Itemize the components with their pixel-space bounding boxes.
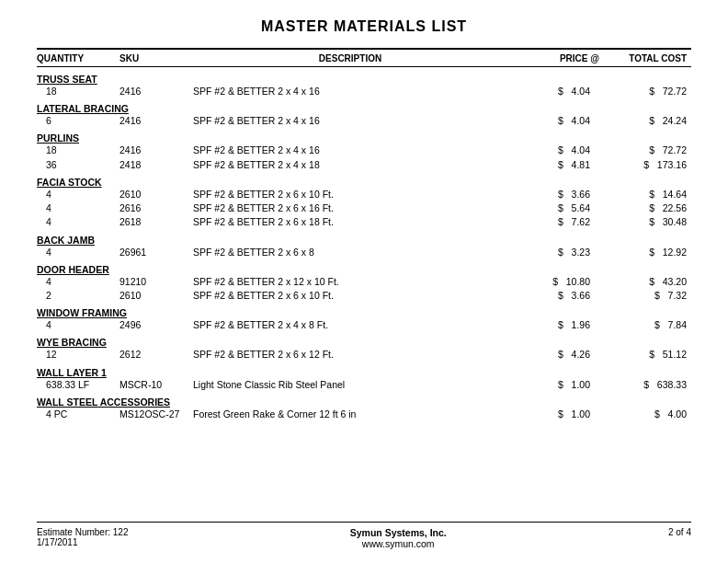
- cell-sku: 2616: [119, 201, 193, 215]
- cell-desc: SPF #2 & BETTER 2 x 6 x 10 Ft.: [193, 289, 507, 303]
- cell-sku: 2496: [119, 318, 193, 332]
- cell-qty: 4: [37, 318, 119, 332]
- table-row: 4 2618 SPF #2 & BETTER 2 x 6 x 18 Ft. $ …: [37, 215, 691, 229]
- cell-price: $ 4.04: [507, 114, 599, 128]
- section-label: BACK JAMB: [37, 235, 691, 246]
- section-label: WYE BRACING: [37, 337, 691, 348]
- cell-total: $ 4.00: [599, 408, 691, 421]
- page-number: 2 of 4: [668, 527, 691, 537]
- footer: Estimate Number: 122 1/17/2011 Symun Sys…: [37, 522, 691, 549]
- cell-price: $ 5.64: [507, 201, 599, 215]
- cell-qty: 18: [37, 85, 119, 98]
- cell-total: $ 12.92: [599, 246, 691, 259]
- cell-total: $ 173.16: [599, 158, 691, 172]
- cell-qty: 4 PC: [37, 408, 119, 421]
- cell-sku: 2416: [119, 114, 193, 128]
- cell-price: $ 1.00: [507, 378, 599, 392]
- cell-sku: 2610: [119, 289, 193, 303]
- cell-desc: SPF #2 & BETTER 2 x 4 x 16: [193, 114, 507, 128]
- cell-desc: SPF #2 & BETTER 2 x 4 x 16: [193, 85, 507, 98]
- cell-price: $ 3.66: [507, 289, 599, 303]
- cell-price: $ 1.96: [507, 318, 599, 332]
- table-body: TRUSS SEAT 18 2416 SPF #2 & BETTER 2 x 4…: [37, 67, 691, 421]
- table-row: 4 91210 SPF #2 & BETTER 2 x 12 x 10 Ft. …: [37, 275, 691, 289]
- cell-total: $ 72.72: [599, 85, 691, 98]
- footer-right: 2 of 4: [668, 527, 691, 537]
- section-label: FACIA STOCK: [37, 177, 691, 188]
- table-container: QUANTITY SKU DESCRIPTION PRICE @ TOTAL C…: [37, 48, 691, 514]
- cell-sku: 2618: [119, 215, 193, 229]
- cell-total: $ 14.64: [599, 188, 691, 201]
- estimate-number: Estimate Number: 122: [37, 527, 129, 537]
- footer-left: Estimate Number: 122 1/17/2011: [37, 527, 129, 547]
- table-row: 18 2416 SPF #2 & BETTER 2 x 4 x 16 $ 4.0…: [37, 85, 691, 98]
- cell-desc: Light Stone Classic Rib Steel Panel: [193, 378, 507, 392]
- cell-price: $ 3.23: [507, 246, 599, 259]
- cell-sku: 2416: [119, 144, 193, 157]
- cell-qty: 4: [37, 215, 119, 229]
- cell-qty: 36: [37, 158, 119, 172]
- cell-desc: SPF #2 & BETTER 2 x 6 x 18 Ft.: [193, 215, 507, 229]
- company-website: www.symun.com: [350, 538, 447, 549]
- cell-price: $ 3.66: [507, 188, 599, 201]
- table-row: 12 2612 SPF #2 & BETTER 2 x 6 x 12 Ft. $…: [37, 348, 691, 362]
- cell-total: $ 7.32: [599, 289, 691, 303]
- cell-sku: 2612: [119, 348, 193, 362]
- cell-price: $ 10.80: [507, 275, 599, 289]
- cell-price: $ 4.04: [507, 144, 599, 157]
- cell-desc: SPF #2 & BETTER 2 x 4 x 18: [193, 158, 507, 172]
- cell-sku: 91210: [119, 275, 193, 289]
- cell-qty: 12: [37, 348, 119, 362]
- cell-desc: SPF #2 & BETTER 2 x 4 x 16: [193, 144, 507, 157]
- page: MASTER MATERIALS LIST QUANTITY SKU DESCR…: [0, 0, 728, 563]
- cell-qty: 638.33 LF: [37, 378, 119, 392]
- table-row: 4 2616 SPF #2 & BETTER 2 x 6 x 16 Ft. $ …: [37, 201, 691, 215]
- section-label: WALL STEEL ACCESSORIES: [37, 396, 691, 408]
- cell-price: $ 4.04: [507, 85, 599, 98]
- table-row: 4 PC MS12OSC-27 Forest Green Rake & Corn…: [37, 408, 691, 421]
- table-row: 18 2416 SPF #2 & BETTER 2 x 4 x 16 $ 4.0…: [37, 144, 691, 157]
- cell-desc: SPF #2 & BETTER 2 x 6 x 10 Ft.: [193, 188, 507, 201]
- section-label: WINDOW FRAMING: [37, 307, 691, 318]
- table-row: 4 2610 SPF #2 & BETTER 2 x 6 x 10 Ft. $ …: [37, 188, 691, 201]
- cell-total: $ 638.33: [599, 378, 691, 392]
- cell-sku: 26961: [119, 246, 193, 259]
- table-row: 4 26961 SPF #2 & BETTER 2 x 6 x 8 $ 3.23…: [37, 246, 691, 259]
- cell-qty: 4: [37, 188, 119, 201]
- section-label: DOOR HEADER: [37, 264, 691, 275]
- cell-total: $ 24.24: [599, 114, 691, 128]
- company-name: Symun Systems, Inc.: [350, 527, 447, 538]
- cell-desc: SPF #2 & BETTER 2 x 6 x 16 Ft.: [193, 201, 507, 215]
- cell-total: $ 7.84: [599, 318, 691, 332]
- table-row: 2 2610 SPF #2 & BETTER 2 x 6 x 10 Ft. $ …: [37, 289, 691, 303]
- table-row: 6 2416 SPF #2 & BETTER 2 x 4 x 16 $ 4.04…: [37, 114, 691, 128]
- cell-total: $ 30.48: [599, 215, 691, 229]
- section-label: PURLINS: [37, 132, 691, 144]
- cell-desc: SPF #2 & BETTER 2 x 12 x 10 Ft.: [193, 275, 507, 289]
- footer-center: Symun Systems, Inc. www.symun.com: [350, 527, 447, 549]
- table-header: QUANTITY SKU DESCRIPTION PRICE @ TOTAL C…: [37, 50, 691, 67]
- section-label: TRUSS SEAT: [37, 74, 691, 85]
- cell-sku: 2416: [119, 85, 193, 98]
- col-header-sku: SKU: [119, 53, 193, 63]
- estimate-date: 1/17/2011: [37, 537, 129, 547]
- cell-qty: 4: [37, 201, 119, 215]
- page-title: MASTER MATERIALS LIST: [37, 18, 691, 35]
- cell-sku: 2610: [119, 188, 193, 201]
- cell-total: $ 51.12: [599, 348, 691, 362]
- table-row: 36 2418 SPF #2 & BETTER 2 x 4 x 18 $ 4.8…: [37, 158, 691, 172]
- table-row: 4 2496 SPF #2 & BETTER 2 x 4 x 8 Ft. $ 1…: [37, 318, 691, 332]
- cell-desc: Forest Green Rake & Corner 12 ft 6 in: [193, 408, 507, 421]
- cell-total: $ 72.72: [599, 144, 691, 157]
- section-label: LATERAL BRACING: [37, 103, 691, 114]
- cell-total: $ 22.56: [599, 201, 691, 215]
- cell-desc: SPF #2 & BETTER 2 x 6 x 8: [193, 246, 507, 259]
- cell-qty: 18: [37, 144, 119, 157]
- col-header-description: DESCRIPTION: [193, 53, 507, 63]
- cell-price: $ 1.00: [507, 408, 599, 421]
- col-header-price: PRICE @: [507, 53, 599, 63]
- table-row: 638.33 LF MSCR-10 Light Stone Classic Ri…: [37, 378, 691, 392]
- cell-qty: 2: [37, 289, 119, 303]
- col-header-quantity: QUANTITY: [37, 53, 119, 63]
- cell-sku: 2418: [119, 158, 193, 172]
